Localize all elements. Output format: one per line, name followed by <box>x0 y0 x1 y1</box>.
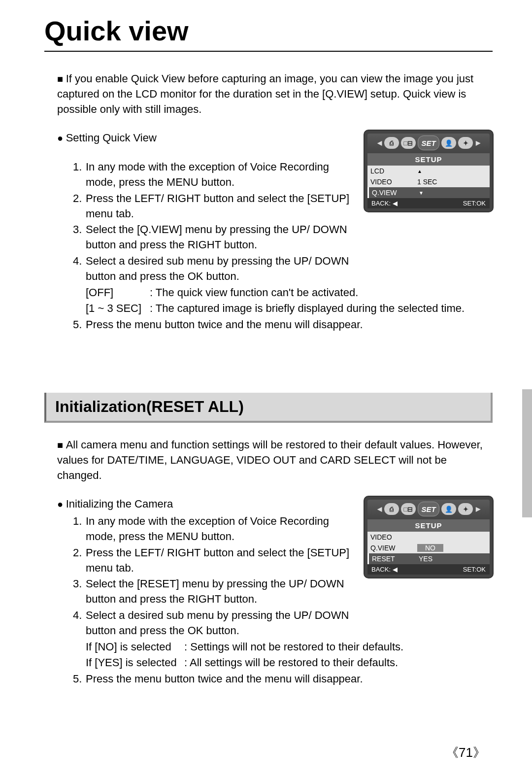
lcd-row-lcd: LCD <box>370 167 417 175</box>
lcd-yes: YES <box>419 555 432 563</box>
page-title: Quick view <box>44 15 493 52</box>
mycam-icon: 👤 <box>441 503 456 515</box>
page: Quick view If you enable Quick View befo… <box>0 0 532 781</box>
reset-block: Initializing the Camera 1.In any mode wi… <box>44 497 493 639</box>
right-arrow-icon: ▶ <box>475 137 481 149</box>
side-margin-tab <box>522 389 532 517</box>
step-2: Press the LEFT/ RIGHT button and select … <box>86 191 353 222</box>
globe-icon: ✦ <box>458 503 473 515</box>
lcd-value-sec: 1 SEC <box>417 178 437 186</box>
rstep-2: Press the LEFT/ RIGHT button and select … <box>86 545 353 576</box>
lcd-title-2: SETUP <box>367 519 490 532</box>
rstep-1: In any mode with the exception of Voice … <box>86 514 353 544</box>
opt-no-desc: Settings will not be restored to their d… <box>184 640 493 655</box>
reset-heading: Initializing the Camera <box>44 497 353 512</box>
lcd-footer-set-2: SET:OK <box>463 566 486 573</box>
step-5: Press the menu button twice and the menu… <box>86 317 493 333</box>
step-4: Select a desired sub menu by pressing th… <box>86 254 353 284</box>
right-arrow-icon: ▶ <box>475 503 481 515</box>
lcd-row-video2: VIDEO <box>370 533 417 541</box>
opt-off-label: [OFF] <box>86 285 150 301</box>
page-number: 《71》 <box>446 744 486 761</box>
lcd-tabs-2: ◀ ⎙ □⊟ SET 👤 ✦ ▶ <box>367 500 490 519</box>
quick-view-block: Setting Quick View 1.In any mode with th… <box>44 131 493 285</box>
step-3: Select the [Q.VIEW] menu by pressing the… <box>86 222 353 253</box>
left-arrow-icon: ◀ <box>376 137 382 149</box>
intro-text: If you enable Quick View before capturin… <box>44 71 493 117</box>
opt-yes-desc: All settings will be restored to their d… <box>184 655 493 671</box>
set-tab: SET <box>418 502 439 516</box>
left-arrow-icon: ◀ <box>376 503 382 515</box>
reset-steps: 1.In any mode with the exception of Voic… <box>44 514 353 638</box>
printer-icon: ⎙ <box>384 137 399 149</box>
printer-icon: ⎙ <box>384 503 399 515</box>
opt-sec-desc: The captured image is briefly displayed … <box>150 301 493 316</box>
reset-options: If [NO] is selectedSettings will not be … <box>44 640 493 671</box>
mycam-icon: 👤 <box>441 137 456 149</box>
album-icon: □⊟ <box>401 137 416 149</box>
lcd-row-qview2: Q.VIEW <box>370 544 417 552</box>
opt-yes-label: If [YES] is selected <box>86 655 184 671</box>
step-1: In any mode with the exception of Voice … <box>86 160 353 190</box>
lcd-quickview: ◀ ⎙ □⊟ SET 👤 ✦ ▶ SETUP LCD▲ VIDEO1 SEC Q… <box>365 131 493 211</box>
lcd-row-reset: RESET <box>372 555 419 563</box>
lcd-footer-set: SET:OK <box>463 200 486 207</box>
opt-no-label: If [NO] is selected <box>86 640 184 655</box>
lcd-title: SETUP <box>367 153 490 166</box>
lcd-reset: ◀ ⎙ □⊟ SET 👤 ✦ ▶ SETUP VIDEO Q.VIEWNO RE… <box>365 497 493 577</box>
lcd-footer-back: BACK: ◀ <box>371 200 398 207</box>
opt-sec-label: [1 ~ 3 SEC] <box>86 301 150 316</box>
lcd-row-qview: Q.VIEW <box>372 189 419 197</box>
lcd-footer-back-2: BACK: ◀ <box>371 566 398 573</box>
lcd-row-video: VIDEO <box>370 178 417 186</box>
lcd-no: NO <box>417 544 443 552</box>
set-tab: SET <box>418 136 439 150</box>
setting-heading: Setting Quick View <box>44 131 353 146</box>
reset-intro: All camera menu and function settings wi… <box>44 438 493 483</box>
rstep-4: Select a desired sub menu by pressing th… <box>86 608 353 639</box>
globe-icon: ✦ <box>458 137 473 149</box>
rstep-5: Press the menu button twice and the menu… <box>86 672 493 687</box>
qv-options: [OFF]The quick view function can't be ac… <box>44 285 493 317</box>
opt-off-desc: The quick view function can't be activat… <box>150 285 493 301</box>
steps-list: 1.In any mode with the exception of Voic… <box>44 160 353 284</box>
album-icon: □⊟ <box>401 503 416 515</box>
section2-heading: Initialization(RESET ALL) <box>44 393 493 423</box>
rstep-3: Select the [RESET] menu by pressing the … <box>86 577 353 607</box>
lcd-tabs: ◀ ⎙ □⊟ SET 👤 ✦ ▶ <box>367 134 490 153</box>
